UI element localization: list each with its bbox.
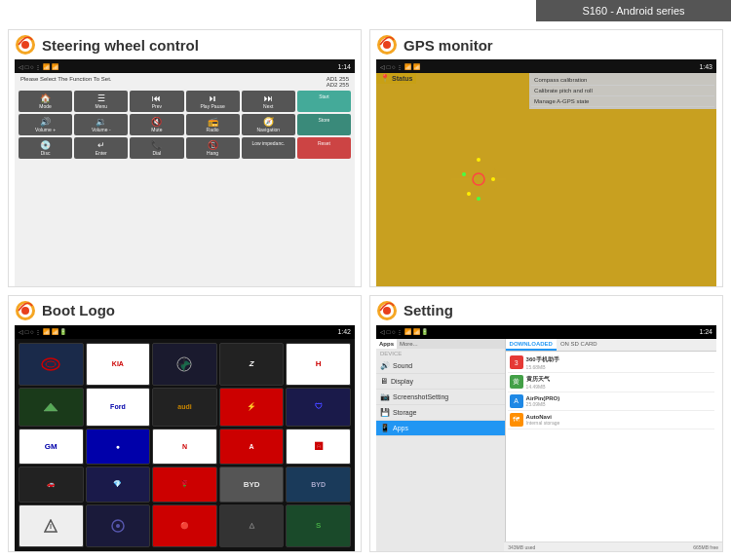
steer-btn-start[interactable]: Start (297, 91, 351, 112)
gps-content: 📍 Status (376, 73, 716, 286)
apps-icon: 📱 (380, 424, 390, 432)
steer-btn-store[interactable]: Store (297, 114, 351, 135)
steering-screen: ◁ □ ○ ⋮ 📶 📶 1:14 Please Select The Funct… (15, 59, 355, 286)
logo-cell-8[interactable]: audi (152, 388, 217, 427)
sound-item[interactable]: 🔊 Sound (376, 358, 505, 374)
steer-btn-radio[interactable]: 📻 Radio (186, 114, 240, 135)
steering-title-bar: Steering wheel control (9, 30, 361, 59)
setting-status-bar: ◁ □ ○ ⋮ 📶 📶 🔋 1:24 (376, 325, 716, 339)
steering-title: Steering wheel control (42, 37, 199, 54)
steer-btn-next[interactable]: ⏭ Next (242, 91, 295, 112)
svg-point-21 (42, 358, 59, 370)
logo-cell-3[interactable] (152, 343, 217, 386)
boot-screen: ◁ □ ○ ⋮ 📶 📶 🔋 1:42 KIA (15, 325, 355, 552)
gps-title: GPS monitor (404, 37, 493, 54)
setting-left-tabs: Apps More... (376, 339, 505, 349)
steer-btn-lowimpedance[interactable]: Low impedanc. (242, 137, 295, 159)
steer-btn-mute[interactable]: 🔇 Mute (130, 114, 183, 135)
gps-menu: Compass calibration Calibrate pitch and … (529, 73, 716, 109)
app-icon-airpin: A (510, 394, 523, 408)
setting-content: Apps More... DEVICE 🔊 Sound 🖥 Display 📷 (376, 339, 716, 552)
logo-cell-21[interactable] (19, 504, 84, 547)
logo-cell-22[interactable] (86, 504, 151, 547)
logo-cell-10[interactable]: 🛡 (286, 388, 351, 427)
gps-logo-icon (376, 34, 398, 56)
gps-title-bar: GPS monitor (370, 30, 722, 59)
logo-cell-5[interactable]: H (286, 343, 351, 386)
app-size-almanac: 14.49MB (526, 384, 712, 390)
gps-menu-pitch[interactable]: Calibrate pitch and roll (531, 86, 714, 96)
logo-cell-20[interactable]: BYD (286, 467, 351, 503)
boot-time: 1:42 (337, 328, 351, 335)
steering-buttons-grid: 🏠 Mode ☰ Menu ⏮ Prev ⏯ Play Pause (17, 89, 353, 161)
app-item-360[interactable]: 3 360手机助手 15.68MB (508, 354, 714, 373)
steer-btn-playpause[interactable]: ⏯ Play Pause (186, 91, 240, 112)
logo-cell-13[interactable]: N (152, 429, 217, 465)
more-tab[interactable]: More... (397, 339, 421, 349)
app-info-autonavi: AutoNavi Internal storage (526, 414, 712, 426)
sound-label: Sound (393, 362, 412, 369)
svg-point-17 (467, 192, 471, 196)
logo-cell-9[interactable]: ⚡ (219, 388, 285, 427)
logo-cell-23[interactable]: 🔴 (152, 504, 217, 547)
screenshot-icon: 📷 (380, 392, 390, 401)
logo-cell-12[interactable]: ● (86, 429, 151, 465)
steer-btn-dial[interactable]: 📞 Dial (130, 137, 183, 159)
steer-btn-disc[interactable]: 💿 Disc (19, 137, 72, 159)
logo-cell-6[interactable] (19, 388, 84, 427)
steer-btn-mode[interactable]: 🏠 Mode (19, 91, 72, 112)
app-item-airpin[interactable]: A AirPin(PRO) 25.09MB (508, 392, 714, 411)
logo-cell-25[interactable]: S (286, 504, 351, 547)
steer-btn-reset[interactable]: Reset (297, 137, 351, 159)
logo-cell-17[interactable]: 💎 (86, 467, 151, 503)
app-name-almanac: 黄历天气 (526, 375, 712, 384)
logo-cell-2[interactable]: KIA (86, 343, 151, 386)
logo-cell-7[interactable]: Ford (86, 388, 151, 427)
steer-btn-volup[interactable]: 🔊 Volume + (19, 114, 72, 135)
boot-panel: Boot Logo ◁ □ ○ ⋮ 📶 📶 🔋 1:42 KIA (8, 295, 362, 553)
logo-cell-18[interactable]: 🌹 (152, 467, 217, 503)
app-item-almanac[interactable]: 黄 黄历天气 14.49MB (508, 373, 714, 392)
app-size-airpin: 25.09MB (526, 401, 712, 407)
app-item-autonavi[interactable]: 🗺 AutoNavi Internal storage (508, 411, 714, 429)
steer-btn-enter[interactable]: ↵ Enter (74, 137, 128, 159)
app-name-360: 360手机助手 (526, 355, 712, 364)
logo-cell-19[interactable]: BYD (219, 467, 285, 503)
apps-menu-item[interactable]: 📱 Apps (376, 421, 505, 436)
steer-btn-voldown[interactable]: 🔉 Volume - (74, 114, 128, 135)
setting-panel: Setting ◁ □ ○ ⋮ 📶 📶 🔋 1:24 Apps More... … (369, 295, 723, 553)
steer-btn-menu[interactable]: ☰ Menu (74, 91, 128, 112)
device-label: DEVICE (376, 349, 505, 358)
setting-right-tabs: DOWNLOADED ON SD CARD (506, 339, 716, 352)
logo-cell-11[interactable]: GM (19, 429, 84, 465)
app-info-360: 360手机助手 15.68MB (526, 355, 712, 370)
steer-btn-hang[interactable]: 📵 Hang (186, 137, 240, 159)
logo-cell-4[interactable]: Z (219, 343, 285, 386)
gps-menu-agps[interactable]: Manage A-GPS state (531, 96, 714, 107)
storage-item[interactable]: 💾 Storage (376, 405, 505, 421)
logo-cell-16[interactable]: 🚗 (19, 467, 84, 503)
logo-cell-14[interactable]: A (219, 429, 285, 465)
series-label: S160 - Android series (582, 5, 684, 17)
steering-status-icons: ◁ □ ○ ⋮ 📶 📶 (19, 63, 58, 70)
apps-tab[interactable]: Apps (376, 339, 397, 349)
steering-panel: Steering wheel control ◁ □ ○ ⋮ 📶 📶 1:14 … (8, 29, 362, 287)
steer-btn-prev[interactable]: ⏮ Prev (130, 91, 183, 112)
gps-menu-compass[interactable]: Compass calibration (531, 75, 714, 86)
display-item[interactable]: 🖥 Display (376, 374, 505, 390)
svg-point-13 (477, 158, 481, 162)
logo-cell-1[interactable] (19, 343, 84, 386)
setting-title: Setting (404, 302, 453, 318)
steer-btn-nav[interactable]: 🧭 Navigation (242, 114, 295, 135)
logo-cell-15[interactable]: 🅰 (286, 429, 351, 465)
top-bar: S160 - Android series (536, 0, 731, 21)
sdcard-tab[interactable]: ON SD CARD (557, 339, 601, 351)
svg-point-14 (491, 177, 495, 181)
screenshot-item[interactable]: 📷 ScreenshotSetting (376, 390, 505, 405)
storage-bar: 343MB used 665MB free (504, 541, 722, 551)
setting-status-icons: ◁ □ ○ ⋮ 📶 📶 🔋 (380, 328, 428, 335)
setting-title-bar: Setting (370, 296, 722, 325)
app-list: 3 360手机助手 15.68MB 黄 黄历天气 14.49MB (506, 352, 716, 431)
logo-cell-24[interactable]: ▽ (219, 504, 285, 547)
downloaded-tab[interactable]: DOWNLOADED (506, 339, 557, 351)
